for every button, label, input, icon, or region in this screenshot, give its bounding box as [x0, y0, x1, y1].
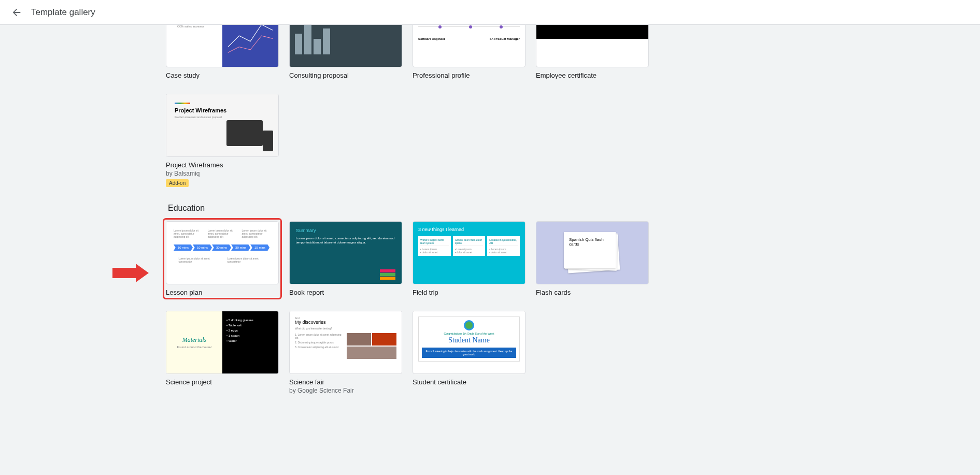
content-area: Impact XX% sales increase Case study Lor… — [0, 25, 980, 475]
template-title: Science fair — [289, 378, 402, 386]
template-lesson-plan[interactable]: Lorem ipsum dolor sit amet, consectetur … — [163, 218, 282, 299]
template-title: Lesson plan — [166, 289, 279, 296]
thumb-label: 3 new things I learned — [418, 227, 520, 232]
template-title: Consulting proposal — [289, 71, 402, 79]
template-book-report[interactable]: Summary Lorem ipsum dolor sit amet, cons… — [289, 221, 402, 296]
timeline-seg: 10 mins — [193, 244, 212, 251]
thumb-congrats: Congratulations 5th Grade Star of the We… — [422, 332, 516, 335]
header-title: Template gallery — [31, 7, 95, 18]
template-title: Student certificate — [413, 378, 525, 386]
thumb-sub: Found around the house! — [177, 346, 211, 349]
thumb-label: Materials — [182, 336, 207, 344]
template-flash-cards[interactable]: Spanish Quiz flash cards Flash cards — [536, 221, 649, 296]
thumb-sub: Problem statement and solution proposal — [175, 116, 270, 119]
template-title: Project Wireframes — [166, 161, 279, 169]
template-science-project[interactable]: Materials Found around the house! • 5 dr… — [166, 311, 279, 394]
template-project-wireframes[interactable]: Project Wireframes Problem statement and… — [166, 94, 279, 187]
thumb-sub: What did you learn after testing? — [295, 327, 396, 330]
template-grid-work-1: Impact XX% sales increase Case study Lor… — [166, 25, 814, 79]
template-grid-education-2: Materials Found around the house! • 5 dr… — [166, 311, 814, 394]
thumb-sub: For volunteering to help classmates with… — [422, 348, 516, 358]
thumb-label: Project Wireframes — [175, 107, 270, 113]
section-title-education: Education — [168, 204, 814, 213]
timeline-seg: 10 mins — [174, 244, 193, 251]
thumb-text: Lorem ipsum dolor sit amet, consectetur … — [296, 236, 395, 245]
thumb-role1: Software engineer — [418, 37, 445, 40]
thumb-label: My discoveries — [295, 320, 396, 325]
template-title: Professional profile — [413, 71, 525, 79]
thumb-sub: In recognition of superior performance a… — [536, 25, 648, 25]
template-subtitle: by Google Science Fair — [289, 387, 402, 394]
template-title: Employee certificate — [536, 71, 649, 79]
template-title: Flash cards — [536, 289, 649, 296]
template-title: Field trip — [413, 289, 525, 296]
thumb-label: Summary — [296, 228, 395, 233]
timeline-seg: 15 mins — [250, 244, 269, 251]
template-title: Case study — [166, 71, 279, 79]
template-science-fair[interactable]: And My discoveries What did you learn af… — [289, 311, 402, 394]
template-consulting-proposal[interactable]: Lorem ipsum dolor sit amet consectetur a… — [289, 25, 402, 79]
pointer-arrow-icon — [112, 264, 149, 282]
template-employee-certificate[interactable]: Employee Name In recognition of superior… — [536, 25, 649, 79]
thumb-label: Student Name — [422, 336, 516, 344]
template-grid-work-2: Project Wireframes Problem statement and… — [166, 94, 814, 187]
template-grid-education-1: Lorem ipsum dolor sit amet, consectetur … — [166, 221, 814, 296]
template-case-study[interactable]: Impact XX% sales increase Case study — [166, 25, 279, 79]
header: Template gallery — [0, 0, 980, 25]
template-title: Science project — [166, 378, 279, 386]
arrow-back-icon — [11, 7, 22, 18]
timeline-seg: 30 mins — [231, 244, 250, 251]
template-professional-profile[interactable]: Company Name, LocationJanuary 20XX - May… — [413, 25, 525, 79]
thumb-sub: XX% sales increase — [177, 25, 212, 28]
addon-badge: Add-on — [166, 179, 189, 187]
thumb-role2: Sr. Product Manager — [490, 37, 520, 40]
thumb-label: Spanish Quiz flash cards — [569, 237, 610, 247]
template-student-certificate[interactable]: Congratulations 5th Grade Star of the We… — [413, 311, 525, 394]
template-field-trip[interactable]: 3 new things I learned World's largest c… — [413, 221, 525, 296]
template-subtitle: by Balsamiq — [166, 170, 279, 177]
timeline-seg: 30 mins — [212, 244, 231, 251]
back-button[interactable] — [6, 2, 27, 23]
template-title: Book report — [289, 289, 402, 296]
